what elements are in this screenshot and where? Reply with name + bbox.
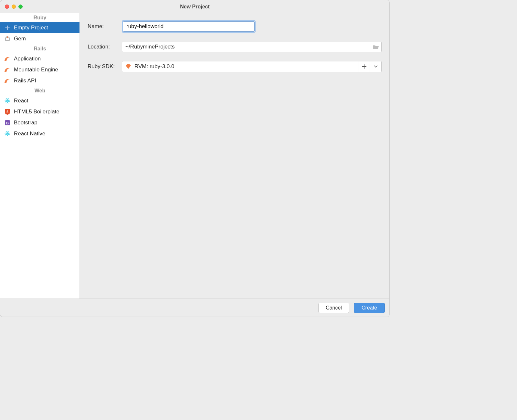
sidebar-item-label: React — [14, 98, 28, 104]
sidebar-item-gem[interactable]: Gem — [0, 33, 79, 44]
name-label: Name: — [88, 23, 122, 30]
titlebar: New Project — [0, 0, 389, 13]
sidebar-item-react[interactable]: React — [0, 95, 79, 106]
sidebar-group-label: Rails — [31, 46, 48, 52]
svg-text:5: 5 — [6, 110, 8, 114]
sidebar-group-rails: Rails — [0, 44, 79, 53]
html5-icon: 5 — [4, 109, 11, 115]
location-field[interactable]: ~/RubymineProjects — [122, 42, 382, 52]
sidebar-item-label: Mountable Engine — [14, 67, 58, 73]
sidebar-item-empty-project[interactable]: Empty Project — [0, 22, 79, 33]
create-button[interactable]: Create — [354, 303, 385, 313]
cancel-button[interactable]: Cancel — [318, 303, 349, 313]
sidebar-item-label: Gem — [14, 36, 26, 42]
location-label: Location: — [88, 44, 122, 50]
sidebar-item-application[interactable]: Application — [0, 53, 79, 64]
add-sdk-button[interactable] — [358, 61, 370, 72]
sdk-selected[interactable]: RVM: ruby-3.0.0 — [122, 61, 358, 72]
react-icon — [4, 98, 11, 104]
react-icon — [4, 131, 11, 137]
sidebar-group-label: Web — [32, 88, 48, 94]
name-input-focus-ring — [122, 20, 256, 33]
sdk-field: RVM: ruby-3.0.0 — [122, 61, 382, 72]
form-row-sdk: Ruby SDK: RVM: ruby-3.0.0 — [88, 61, 382, 72]
svg-text:B: B — [6, 121, 9, 125]
rails-icon — [4, 56, 11, 62]
ruby-icon — [125, 64, 131, 69]
rails-icon — [4, 78, 11, 84]
workspace: Ruby Empty Project Gem Rails — [0, 13, 389, 299]
plus-icon — [4, 25, 11, 31]
folder-open-icon — [373, 44, 379, 49]
sidebar-group-ruby: Ruby — [0, 13, 79, 22]
sidebar-item-label: Bootstrap — [14, 120, 37, 126]
plus-icon — [362, 64, 366, 69]
svg-point-0 — [7, 100, 8, 101]
footer: Cancel Create — [0, 299, 389, 317]
sidebar: Ruby Empty Project Gem Rails — [0, 13, 80, 299]
location-value: ~/RubymineProjects — [122, 44, 370, 50]
sidebar-item-label: Rails API — [14, 78, 36, 84]
sdk-value: RVM: ruby-3.0.0 — [134, 63, 174, 70]
sidebar-item-label: Application — [14, 56, 41, 62]
window-title: New Project — [0, 4, 389, 10]
form-row-location: Location: ~/RubymineProjects — [88, 42, 382, 52]
svg-point-7 — [7, 133, 8, 134]
sidebar-item-label: React Native — [14, 131, 45, 137]
sidebar-item-rails-api[interactable]: Rails API — [0, 75, 79, 86]
sidebar-item-react-native[interactable]: React Native — [0, 128, 79, 139]
sidebar-item-mountable-engine[interactable]: Mountable Engine — [0, 64, 79, 75]
sidebar-group-web: Web — [0, 86, 79, 95]
chevron-down-icon — [374, 65, 378, 68]
sidebar-item-label: HTML5 Boilerplate — [14, 109, 59, 115]
form-area: Name: Location: ~/RubymineProjects — [80, 13, 389, 299]
rails-icon — [4, 67, 11, 73]
sidebar-group-label: Ruby — [31, 15, 49, 21]
sdk-dropdown-button[interactable] — [370, 61, 381, 72]
bootstrap-icon: B — [4, 120, 11, 126]
browse-folder-button[interactable] — [370, 44, 381, 49]
sdk-label: Ruby SDK: — [88, 63, 122, 70]
form-row-name: Name: — [88, 20, 382, 33]
gem-icon — [4, 36, 11, 42]
sidebar-item-label: Empty Project — [14, 25, 48, 31]
name-input[interactable] — [123, 21, 255, 32]
sidebar-item-html5-boilerplate[interactable]: 5 HTML5 Boilerplate — [0, 106, 79, 117]
sidebar-item-bootstrap[interactable]: B Bootstrap — [0, 117, 79, 128]
